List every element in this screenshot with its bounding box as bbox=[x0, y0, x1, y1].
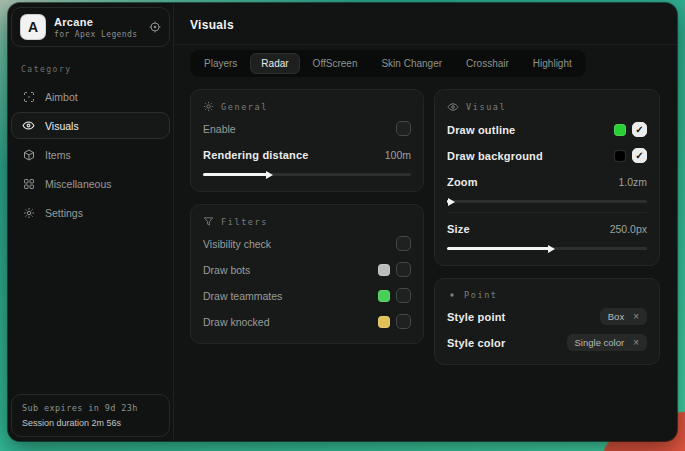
sidebar-item-label: Items bbox=[45, 149, 71, 161]
dot-icon bbox=[447, 290, 457, 300]
draw-knocked-color-swatch[interactable] bbox=[378, 316, 390, 328]
draw-bots-controls bbox=[378, 262, 411, 277]
app-subtitle: for Apex Legends bbox=[54, 30, 141, 39]
brand-text: Arcane for Apex Legends bbox=[54, 16, 141, 39]
point-panel-header: Point bbox=[447, 290, 647, 300]
size-value: 250.0px bbox=[610, 223, 647, 235]
sidebar-item-label: Aimbot bbox=[45, 91, 78, 103]
main-header: Visuals bbox=[174, 3, 677, 45]
draw-bots-label: Draw bots bbox=[203, 264, 250, 276]
tab-skin-changer[interactable]: Skin Changer bbox=[370, 53, 453, 74]
package-icon bbox=[22, 149, 35, 161]
rendering-distance-label: Rendering distance bbox=[203, 149, 309, 161]
rendering-distance-slider[interactable] bbox=[203, 173, 411, 176]
visibility-check-row: Visibility check bbox=[203, 233, 411, 254]
enable-label: Enable bbox=[203, 123, 236, 135]
sidebar-item-items[interactable]: Items bbox=[11, 141, 170, 168]
tab-players[interactable]: Players bbox=[193, 53, 248, 74]
style-point-select[interactable]: Box × bbox=[600, 308, 647, 325]
draw-outline-checkbox[interactable] bbox=[632, 122, 647, 137]
sidebar: A Arcane for Apex Legends Category bbox=[8, 3, 174, 441]
style-color-row: Style color Single color × bbox=[447, 332, 647, 353]
sidebar-item-visuals[interactable]: Visuals bbox=[11, 112, 170, 139]
draw-outline-color-swatch[interactable] bbox=[614, 124, 626, 136]
zoom-value: 1.0zm bbox=[618, 176, 647, 188]
content-grid: General Enable Rendering distance 100m bbox=[174, 87, 677, 367]
draw-teammates-label: Draw teammates bbox=[203, 290, 282, 302]
style-point-row: Style point Box × bbox=[447, 306, 647, 327]
draw-background-row: Draw background bbox=[447, 145, 647, 166]
sidebar-item-label: Visuals bbox=[45, 120, 79, 132]
tab-offscreen[interactable]: OffScreen bbox=[302, 53, 369, 74]
zoom-row: Zoom 1.0zm bbox=[447, 171, 647, 192]
gear-icon bbox=[22, 207, 35, 219]
draw-knocked-label: Draw knocked bbox=[203, 316, 270, 328]
draw-teammates-color-swatch[interactable] bbox=[378, 290, 390, 302]
grid-icon bbox=[22, 178, 35, 190]
tab-radar[interactable]: Radar bbox=[250, 53, 299, 74]
category-label: Category bbox=[21, 65, 160, 74]
draw-background-checkbox[interactable] bbox=[632, 148, 647, 163]
eye-icon bbox=[447, 101, 459, 113]
left-column: General Enable Rendering distance 100m bbox=[190, 89, 424, 344]
style-point-value: Box bbox=[608, 311, 624, 322]
enable-row: Enable bbox=[203, 118, 411, 139]
draw-teammates-row: Draw teammates bbox=[203, 285, 411, 306]
panel-title: General bbox=[221, 102, 268, 112]
draw-knocked-checkbox[interactable] bbox=[396, 314, 411, 329]
divider bbox=[447, 212, 647, 213]
sidebar-nav: Aimbot Visuals Items bbox=[11, 83, 170, 226]
sidebar-item-aimbot[interactable]: Aimbot bbox=[11, 83, 170, 110]
sub-expires-text: Sub expires in 9d 23h bbox=[22, 403, 159, 413]
main-area: Visuals Players Radar OffScreen Skin Cha… bbox=[174, 3, 677, 441]
tab-crosshair[interactable]: Crosshair bbox=[455, 53, 520, 74]
clear-icon[interactable]: × bbox=[633, 311, 639, 322]
draw-teammates-checkbox[interactable] bbox=[396, 288, 411, 303]
page-title: Visuals bbox=[190, 18, 661, 32]
app-logo: A bbox=[20, 14, 46, 40]
panel-title: Visual bbox=[466, 102, 506, 112]
size-label: Size bbox=[447, 223, 470, 235]
gear-icon bbox=[203, 101, 214, 112]
app-window: A Arcane for Apex Legends Category bbox=[8, 3, 677, 441]
style-point-label: Style point bbox=[447, 311, 505, 323]
panel-title: Filters bbox=[221, 217, 268, 227]
visual-panel: Visual Draw outline Draw background bbox=[434, 89, 660, 266]
general-panel: General Enable Rendering distance 100m bbox=[190, 89, 424, 192]
visual-panel-header: Visual bbox=[447, 101, 647, 113]
style-color-label: Style color bbox=[447, 337, 505, 349]
header-badge-icon[interactable] bbox=[149, 21, 161, 33]
enable-checkbox[interactable] bbox=[396, 121, 411, 136]
general-panel-header: General bbox=[203, 101, 411, 112]
sidebar-item-label: Settings bbox=[45, 207, 83, 219]
filters-panel: Filters Visibility check Draw bots bbox=[190, 204, 424, 344]
rendering-distance-row: Rendering distance 100m bbox=[203, 144, 411, 165]
draw-teammates-controls bbox=[378, 288, 411, 303]
session-duration-text: Session duration 2m 56s bbox=[22, 418, 159, 428]
eye-icon bbox=[22, 119, 35, 132]
draw-outline-controls bbox=[614, 122, 647, 137]
visibility-check-checkbox[interactable] bbox=[396, 236, 411, 251]
draw-outline-row: Draw outline bbox=[447, 119, 647, 140]
size-row: Size 250.0px bbox=[447, 218, 647, 239]
panel-title: Point bbox=[464, 290, 498, 300]
zoom-slider[interactable] bbox=[447, 200, 647, 203]
draw-bots-row: Draw bots bbox=[203, 259, 411, 280]
draw-bots-color-swatch[interactable] bbox=[378, 264, 390, 276]
style-color-select[interactable]: Single color × bbox=[567, 334, 647, 351]
draw-outline-label: Draw outline bbox=[447, 124, 515, 136]
filters-panel-header: Filters bbox=[203, 216, 411, 227]
tab-highlight[interactable]: Highlight bbox=[522, 53, 583, 74]
point-panel: Point Style point Box × Style color Sing… bbox=[434, 278, 660, 365]
sidebar-item-settings[interactable]: Settings bbox=[11, 199, 170, 226]
draw-background-color-swatch[interactable] bbox=[614, 150, 626, 162]
funnel-icon bbox=[203, 216, 214, 227]
draw-knocked-controls bbox=[378, 314, 411, 329]
draw-background-controls bbox=[614, 148, 647, 163]
size-slider[interactable] bbox=[447, 247, 647, 250]
right-column: Visual Draw outline Draw background bbox=[434, 89, 660, 365]
clear-icon[interactable]: × bbox=[633, 337, 639, 348]
draw-bots-checkbox[interactable] bbox=[396, 262, 411, 277]
sidebar-item-miscellaneous[interactable]: Miscellaneous bbox=[11, 170, 170, 197]
subscription-info: Sub expires in 9d 23h Session duration 2… bbox=[11, 394, 170, 437]
